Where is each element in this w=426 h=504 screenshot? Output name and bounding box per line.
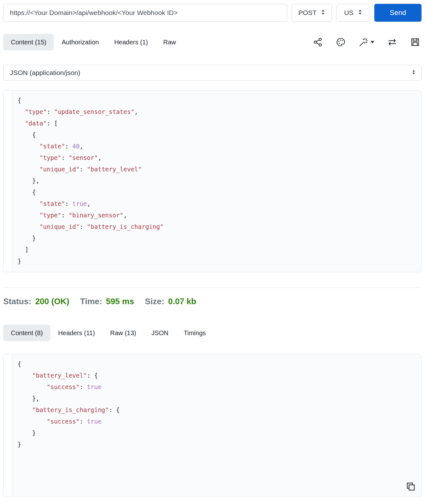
code-line: "unique_id": "battery_level" — [18, 163, 416, 175]
body-type-select[interactable]: JSON (application/json) — [3, 65, 422, 81]
magic-wand-button[interactable] — [359, 36, 374, 48]
time-label: Time: — [80, 297, 102, 306]
share-button[interactable] — [313, 36, 323, 48]
api-tester-app: POST US Send Content (15) Authorization … — [0, 0, 426, 504]
swap-arrows-icon — [387, 37, 397, 47]
code-line: { — [18, 94, 416, 106]
updown-arrows-icon — [321, 9, 325, 17]
time-value: 595 ms — [106, 297, 134, 306]
code-line: }, — [18, 175, 416, 186]
body-type-select-value: JSON (application/json) — [10, 69, 80, 77]
tab-response-timings[interactable]: Timings — [176, 325, 213, 341]
code-line: } — [18, 439, 416, 450]
code-line: "type": "binary_sensor", — [18, 209, 416, 221]
request-toolbar — [313, 36, 422, 48]
method-select-value: POST — [298, 9, 317, 17]
share-icon — [313, 37, 323, 47]
size-label: Size: — [145, 297, 164, 306]
code-line: { — [18, 129, 416, 140]
size-value: 0.07 kb — [168, 297, 196, 306]
code-line: "success": true — [18, 381, 416, 393]
response-body-code: { "battery_level": { "success": true }, … — [4, 354, 421, 455]
time-pair: Time: 595 ms — [80, 297, 134, 306]
request-bar: POST US Send — [3, 4, 422, 22]
code-line: "unique_id": "battery_is_charging" — [18, 221, 416, 232]
status-label: Status: — [3, 297, 31, 306]
save-request-button[interactable] — [410, 36, 420, 48]
code-line: "type": "update_sensor_states", — [18, 106, 416, 117]
section-divider — [3, 288, 422, 288]
size-pair: Size: 0.07 kb — [145, 297, 196, 306]
tab-request-content[interactable]: Content (15) — [3, 34, 54, 50]
copy-icon — [405, 488, 416, 493]
magic-wand-icon — [359, 37, 369, 47]
code-line: }, — [18, 393, 416, 404]
theme-button[interactable] — [336, 36, 346, 48]
status-pair: Status: 200 (OK) — [3, 297, 69, 306]
region-select[interactable]: US — [336, 4, 370, 22]
save-icon — [410, 37, 420, 47]
code-line: "battery_is_charging": { — [18, 404, 416, 416]
updown-arrows-icon — [412, 70, 415, 76]
code-line: "data": [ — [18, 117, 416, 129]
tab-request-authorization[interactable]: Authorization — [54, 34, 107, 50]
url-input[interactable] — [3, 4, 287, 22]
request-body-editor[interactable]: { "type": "update_sensor_states", "data"… — [3, 90, 422, 272]
code-line: "state": true, — [18, 198, 416, 209]
updown-arrows-icon — [358, 9, 362, 17]
send-button[interactable]: Send — [374, 4, 422, 22]
response-status-bar: Status: 200 (OK) Time: 595 ms Size: 0.07… — [3, 297, 422, 306]
method-select[interactable]: POST — [292, 4, 332, 22]
copy-button[interactable] — [405, 481, 416, 493]
status-value: 200 (OK) — [35, 297, 69, 306]
tab-response-headers[interactable]: Headers (11) — [50, 325, 102, 341]
tab-request-headers[interactable]: Headers (1) — [107, 34, 156, 50]
region-select-value: US — [344, 9, 353, 17]
code-line: { — [18, 358, 416, 370]
request-tabs: Content (15) Authorization Headers (1) R… — [3, 34, 422, 50]
code-line: { — [18, 186, 416, 198]
tab-response-raw[interactable]: Raw (13) — [102, 325, 144, 341]
response-tabs: Content (8) Headers (11) Raw (13) JSON T… — [3, 325, 422, 341]
tab-response-json[interactable]: JSON — [144, 325, 176, 341]
code-line: "battery_level": { — [18, 370, 416, 381]
swap-requests-button[interactable] — [387, 36, 397, 48]
chevron-down-icon — [370, 41, 374, 43]
code-line: ] — [18, 244, 416, 255]
code-line: "state": 40, — [18, 140, 416, 152]
code-line: "type": "sensor", — [18, 152, 416, 163]
code-line: } — [18, 255, 416, 267]
code-line: } — [18, 427, 416, 439]
response-body-viewer: { "battery_level": { "success": true }, … — [3, 354, 422, 497]
tab-response-content[interactable]: Content (8) — [3, 325, 50, 341]
request-body-code: { "type": "update_sensor_states", "data"… — [4, 91, 421, 272]
palette-icon — [336, 37, 346, 47]
tab-request-raw[interactable]: Raw — [156, 34, 184, 50]
code-line: } — [18, 232, 416, 244]
code-line: "success": true — [18, 416, 416, 427]
